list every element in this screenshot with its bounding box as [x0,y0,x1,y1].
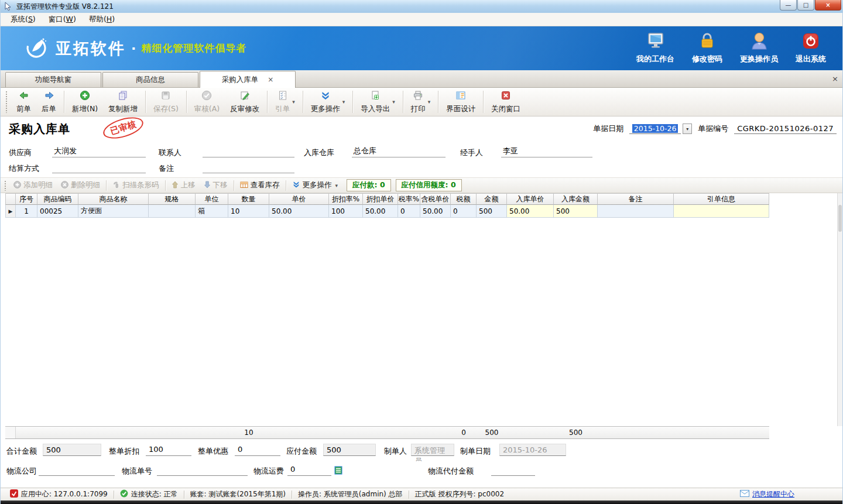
col-header-qty[interactable]: 数量 [228,193,269,205]
scrollbar-thumb[interactable] [838,205,842,232]
cell-qty[interactable]: 10 [228,205,269,218]
grid-toolbar-grip[interactable] [4,180,7,191]
col-header-selector[interactable] [5,193,16,205]
contact-input[interactable] [203,146,294,157]
cell-tax-rate[interactable]: 0 [398,205,420,218]
cell-ref-info[interactable] [674,205,769,218]
cell-amount[interactable]: 500 [477,205,507,218]
cell-product-name[interactable]: 方便面 [78,205,149,218]
settlement-input[interactable] [52,162,146,173]
cell-discount-rate[interactable]: 100 [329,205,363,218]
delete-detail-button[interactable]: 删除明细 [57,180,104,190]
copy-new-button[interactable]: 复制新增 [103,89,143,115]
message-center-link[interactable]: 消息提醒中心 [740,489,794,499]
move-up-button[interactable]: 上移 [167,180,200,190]
cell-remark[interactable] [598,205,674,218]
col-header-unit[interactable]: 单位 [196,193,228,205]
close-tabstrip-icon[interactable]: × [832,74,838,83]
save-button[interactable]: 保存(S) [148,89,184,115]
change-password-button[interactable]: 修改密码 [692,32,722,64]
new-button[interactable]: 新增(N) [67,89,103,115]
switch-operator-button[interactable]: 更换操作员 [740,32,778,64]
tab-product-info[interactable]: 商品信息 [102,72,198,87]
doc-date-input[interactable]: 2015-10-26 [629,124,681,134]
scan-barcode-button[interactable]: 扫描条形码 [108,180,163,190]
grid-more-actions-button[interactable]: 更多操作▾ [288,180,342,190]
ui-design-button[interactable]: 界面设计 [441,89,481,115]
fee-list-icon[interactable] [334,466,343,476]
cell-seq[interactable]: 1 [16,205,37,218]
tab-purchase-inbound[interactable]: 采购入库单 × [200,71,296,88]
dropdown-arrow-icon[interactable]: ▾ [342,99,345,105]
cell-inbound-amount[interactable]: 500 [554,205,598,218]
col-header-tax-incl-price[interactable]: 含税单价 [420,193,451,205]
toolbar-grip[interactable] [5,91,8,113]
col-header-tax-amount[interactable]: 税额 [451,193,477,205]
cell-tax-incl-price[interactable]: 50.00 [420,205,451,218]
col-header-price[interactable]: 单价 [269,193,329,205]
col-header-seq[interactable]: 序号 [16,193,37,205]
dropdown-arrow-icon[interactable]: ▾ [392,99,395,105]
date-dropdown-button[interactable]: ▾ [683,124,692,134]
audit-button[interactable]: 审核(A) [189,89,225,115]
supplier-input[interactable]: 大润发 [52,146,146,157]
col-header-inbound-amount[interactable]: 入库金额 [554,193,598,205]
cell-product-code[interactable]: 00025 [37,205,78,218]
total-amount-field[interactable]: 500 [43,444,101,456]
handler-input[interactable]: 李亚 [501,146,592,157]
close-button[interactable]: × [815,0,841,11]
next-doc-button[interactable]: 后单 [36,89,61,115]
print-button[interactable]: 打印▾ [406,89,436,115]
cell-unit[interactable]: 箱 [196,205,228,218]
dropdown-arrow-icon[interactable]: ▾ [335,183,338,188]
more-actions-button[interactable]: 更多操作▾ [306,89,351,115]
menu-help[interactable]: 帮助(H) [83,13,121,26]
move-down-button[interactable]: 下移 [200,180,232,190]
import-export-button[interactable]: 导入导出▾ [355,89,400,115]
col-header-inbound-price[interactable]: 入库单价 [507,193,554,205]
dropdown-arrow-icon[interactable]: ▾ [428,99,431,105]
vertical-scrollbar[interactable] [837,193,842,426]
logistics-fee-field[interactable]: 0 [287,464,331,476]
doc-promo-field[interactable]: 0 [235,444,280,456]
col-header-ref-info[interactable]: 引单信息 [674,193,769,205]
tab-nav-window[interactable]: 功能导航窗 [5,72,101,87]
cell-spec[interactable] [149,205,196,218]
warehouse-input[interactable]: 总仓库 [352,146,446,157]
add-detail-button[interactable]: 添加明细 [9,180,57,190]
col-header-tax-rate[interactable]: 税率% [398,193,420,205]
logistics-no-field[interactable] [157,464,248,476]
view-stock-button[interactable]: 查看库存 [236,180,284,190]
col-header-discount-rate[interactable]: 折扣率% [329,193,363,205]
col-header-product-name[interactable]: 商品名称 [78,193,149,205]
doc-number-value[interactable]: CGRKD-20151026-0127 [734,124,837,134]
printer-icon [413,90,423,103]
close-window-button[interactable]: 关闭窗口 [486,89,526,115]
close-tab-icon[interactable]: × [268,76,273,84]
workbench-button[interactable]: 我的工作台 [636,32,674,64]
col-header-spec[interactable]: 规格 [149,193,196,205]
col-header-amount[interactable]: 金额 [477,193,507,205]
ref-doc-button[interactable]: 引单▾ [270,89,300,115]
cell-discount-price[interactable]: 50.00 [363,205,398,218]
menu-window[interactable]: 窗口(W) [42,13,83,26]
dropdown-arrow-icon[interactable]: ▾ [292,99,295,105]
maximize-button[interactable]: □ [797,0,814,11]
cell-tax-amount[interactable]: 0 [451,205,477,218]
logistics-no-label: 物流单号 [122,466,152,476]
unaudit-button[interactable]: 反审修改 [225,89,265,115]
doc-discount-field[interactable]: 100 [146,444,191,456]
cell-inbound-price[interactable]: 50.00 [507,205,554,218]
remark-input[interactable] [203,162,294,173]
col-header-discount-price[interactable]: 折扣单价 [363,193,398,205]
payable-amount-field[interactable]: 500 [323,444,376,456]
logistics-company-field[interactable] [39,464,115,476]
prev-doc-button[interactable]: 前单 [11,89,36,115]
col-header-remark[interactable]: 备注 [598,193,674,205]
logistics-paid-field[interactable] [491,464,535,476]
exit-system-button[interactable]: 退出系统 [796,32,826,64]
menu-system[interactable]: 系统(S) [4,13,42,26]
cell-price[interactable]: 50.00 [269,205,329,218]
col-header-product-code[interactable]: 商品编码 [37,193,78,205]
minimize-button[interactable]: — [780,0,797,11]
